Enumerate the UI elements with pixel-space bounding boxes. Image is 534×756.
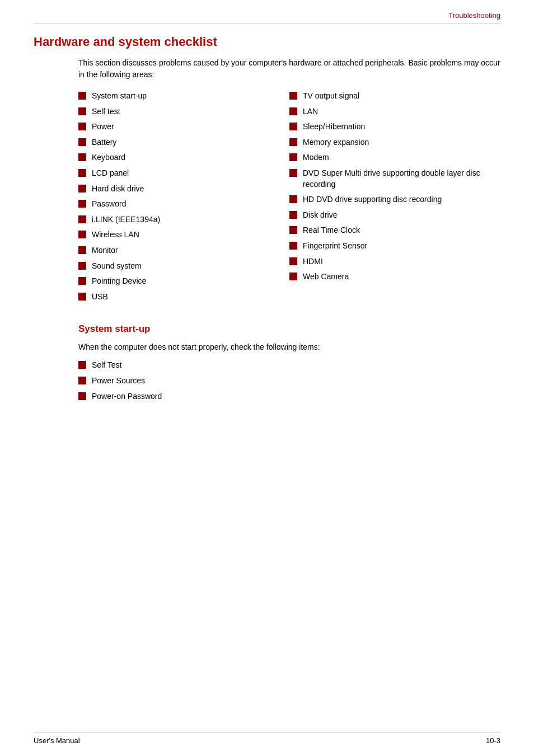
list-item: HD DVD drive supporting disc recording [289,194,500,205]
bullet-icon [289,257,297,265]
list-item: Fingerprint Sensor [289,241,500,252]
bullet-icon [289,211,297,219]
list-item: i.LINK (IEEE1394a) [78,214,289,226]
list-item: Keyboard [78,152,289,163]
bullet-icon [78,215,86,223]
bullet-icon [289,153,297,161]
bullet-icon [78,169,86,177]
checklist-columns: System start-upSelf testPowerBatteryKeyb… [78,91,500,307]
list-item: Web Camera [289,271,500,283]
list-item: Hard disk drive [78,184,289,195]
bullet-icon [289,242,297,250]
list-item: Sleep/Hibernation [289,121,500,133]
bullet-icon [289,195,297,203]
list-item: Battery [78,137,289,148]
chapter-label: Troubleshooting [448,11,500,20]
bullet-icon [78,246,86,254]
intro-text: This section discusses problems caused b… [78,57,500,81]
list-item: Password [78,199,289,210]
footer: User's Manual 10-3 [34,732,500,745]
bullet-icon [78,231,86,238]
bullet-icon [78,138,86,146]
list-item: Memory expansion [289,137,500,148]
list-item: Self Test [78,360,500,371]
bullet-icon [78,277,86,285]
subsection-title: System start-up [78,323,500,335]
bullet-icon [78,107,86,115]
bullet-icon [78,377,86,384]
list-item: Modem [289,152,500,163]
bullet-icon [289,123,297,130]
main-title: Hardware and system checklist [34,35,500,49]
bullet-icon [289,226,297,234]
list-item: Self test [78,106,289,118]
list-item: Power Sources [78,375,500,387]
subsection-checklist: Self TestPower SourcesPower-on Password [78,360,500,402]
list-item: Sound system [78,261,289,272]
bullet-icon [78,262,86,270]
list-item: Disk drive [289,210,500,221]
bullet-icon [78,293,86,300]
page-container: Troubleshooting Hardware and system chec… [0,0,534,440]
footer-right: 10-3 [486,736,500,745]
footer-left: User's Manual [34,736,80,745]
list-item: LAN [289,106,500,118]
list-item: HDMI [289,256,500,267]
bullet-icon [78,392,86,400]
bullet-icon [78,185,86,192]
bullet-icon [289,107,297,115]
bullet-icon [289,273,297,280]
bullet-icon [78,200,86,208]
list-item: DVD Super Multi drive supporting double … [289,168,500,190]
checklist-left-col: System start-upSelf testPowerBatteryKeyb… [78,91,289,307]
list-item: LCD panel [78,168,289,179]
list-item: Real Time Clock [289,225,500,236]
bullet-icon [78,153,86,161]
list-item: Wireless LAN [78,229,289,241]
list-item: Power-on Password [78,391,500,402]
list-item: Monitor [78,245,289,256]
list-item: TV output signal [289,91,500,102]
bullet-icon [289,169,297,177]
list-item: Power [78,121,289,133]
bullet-icon [78,361,86,369]
bullet-icon [289,92,297,100]
bullet-icon [78,123,86,130]
list-item: Pointing Device [78,276,289,287]
list-item: System start-up [78,91,289,102]
bullet-icon [289,138,297,146]
subsection-intro: When the computer does not start properl… [78,341,500,353]
checklist-right-col: TV output signalLANSleep/HibernationMemo… [289,91,500,307]
bullet-icon [78,92,86,100]
top-bar: Troubleshooting [34,11,500,24]
list-item: USB [78,292,289,303]
